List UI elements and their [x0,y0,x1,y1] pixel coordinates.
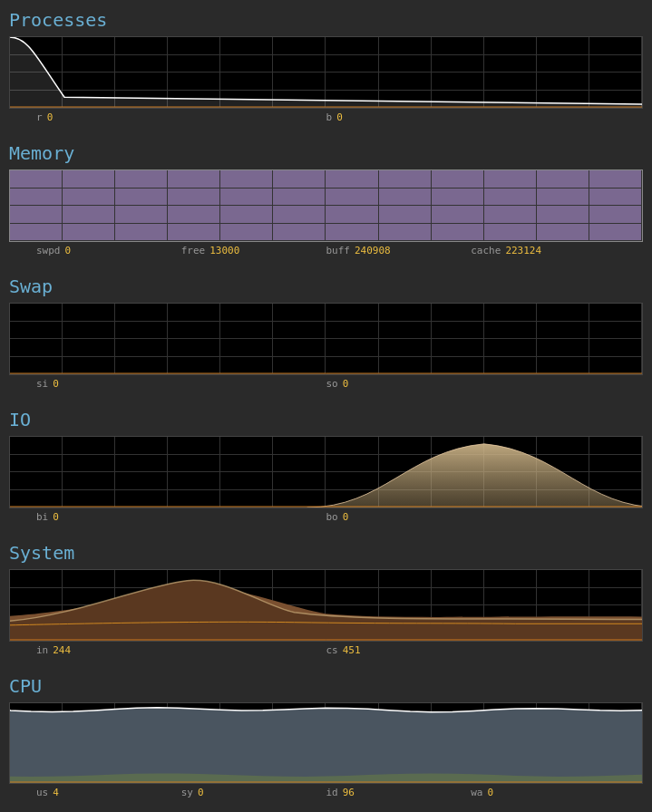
cpu-labels: us 4 sy 0 id 96 wa 0 [9,784,643,801]
system-label-in: in 244 [36,644,326,656]
cpu-label-sy: sy 0 [181,787,326,798]
processes-label-r: r 0 [36,111,326,123]
memory-label-free: free 13000 [181,245,326,256]
processes-r-val: 0 [47,111,54,123]
processes-section: Processes // Grid cells will be injected… [9,9,643,126]
swap-si-val: 0 [53,378,59,390]
processes-b-val: 0 [336,111,343,123]
memory-section: Memory swpd 0 free 13000 buff 240908 cac… [9,142,643,259]
processes-canvas [10,37,642,108]
swap-label-so: so 0 [326,378,617,390]
system-cs-key: cs [326,644,338,656]
swap-si-key: si [36,378,48,390]
system-chart [9,569,643,642]
io-bi-val: 0 [53,511,59,523]
system-cs-val: 451 [343,644,361,656]
memory-cache-val: 223124 [505,245,541,256]
memory-labels: swpd 0 free 13000 buff 240908 cache 2231… [9,242,643,259]
swap-so-val: 0 [343,378,349,390]
cpu-sy-val: 0 [198,787,204,798]
system-label-cs: cs 451 [326,644,617,656]
processes-title: Processes [9,9,643,31]
swap-so-key: so [326,378,338,390]
io-labels: bi 0 bo 0 [9,508,643,526]
io-canvas [10,437,642,508]
cpu-wa-key: wa [471,787,482,798]
cpu-label-wa: wa 0 [471,787,616,798]
io-section: IO bi 0 bo 0 [9,409,643,526]
system-section: System in 244 cs 451 [9,542,643,659]
memory-buff-val: 240908 [355,245,391,256]
processes-b-key: b [326,111,333,123]
processes-label-b: b 0 [326,111,617,123]
cpu-id-key: id [326,787,338,798]
cpu-wa-val: 0 [488,787,494,798]
processes-r-key: r [36,111,43,123]
io-bo-val: 0 [343,511,349,523]
system-in-val: 244 [53,644,71,656]
cpu-label-id: id 96 [326,787,472,798]
memory-swpd-val: 0 [65,245,72,256]
io-label-bo: bo 0 [326,511,617,523]
cpu-us-val: 4 [53,787,59,798]
io-label-bi: bi 0 [36,511,326,523]
swap-label-si: si 0 [36,378,326,390]
cpu-id-val: 96 [343,787,355,798]
io-chart [9,436,643,508]
swap-labels: si 0 so 0 [9,375,643,392]
processes-labels: r 0 b 0 [9,109,643,126]
cpu-canvas [10,703,642,783]
io-bo-key: bo [326,511,338,523]
memory-free-val: 13000 [209,245,239,256]
processes-chart: // Grid cells will be injected by JS [9,36,643,109]
cpu-us-key: us [36,787,48,798]
cpu-sy-key: sy [181,787,193,798]
system-canvas [10,570,642,641]
memory-fill [10,170,642,241]
cpu-title: CPU [9,675,643,697]
system-title: System [9,542,643,564]
io-bi-key: bi [36,511,48,523]
swap-canvas [10,304,642,374]
memory-free-key: free [181,245,206,256]
swap-section: Swap si 0 so 0 [9,276,643,392]
cpu-label-us: us 4 [36,787,181,798]
cpu-section: CPU us 4 sy 0 id 96 wa 0 [9,675,643,801]
memory-swpd-key: swpd [36,245,61,256]
memory-label-buff: buff 240908 [326,245,472,256]
memory-label-swpd: swpd 0 [36,245,181,256]
io-title: IO [9,409,643,430]
swap-title: Swap [9,276,643,297]
swap-chart [9,303,643,375]
memory-buff-key: buff [326,245,351,256]
cpu-chart [9,702,643,784]
memory-cache-key: cache [471,245,501,256]
system-in-key: in [36,644,48,656]
memory-title: Memory [9,142,643,164]
system-labels: in 244 cs 451 [9,642,643,659]
memory-label-cache: cache 223124 [471,245,616,256]
memory-chart [9,169,643,242]
